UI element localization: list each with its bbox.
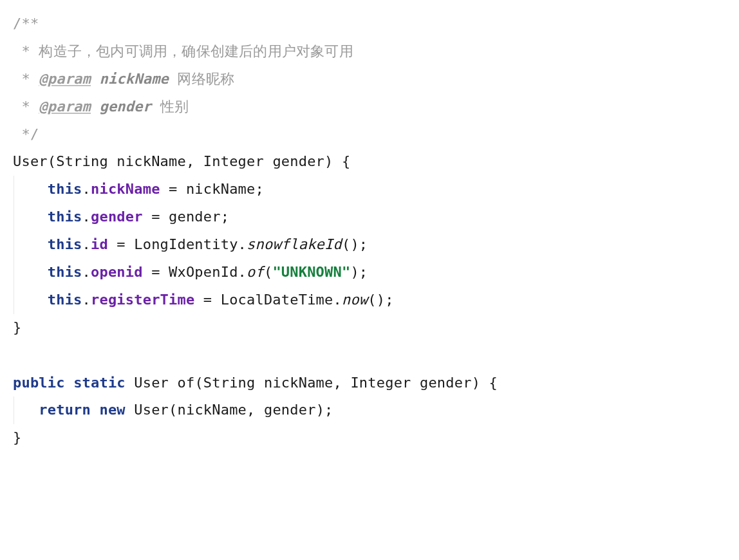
factory-close: } bbox=[13, 429, 21, 445]
ctor-line-2: this.gender = gender; bbox=[13, 209, 229, 225]
javadoc-open: /** bbox=[13, 15, 39, 32]
javadoc-close: */ bbox=[13, 126, 39, 142]
ctor-line-5: this.registerTime = LocalDateTime.now(); bbox=[13, 292, 394, 308]
javadoc-param1: * @param nickName 网络昵称 bbox=[13, 71, 234, 87]
ctor-close: } bbox=[13, 319, 21, 335]
code-block: /** * 构造子，包内可调用，确保创建后的用户对象可用 * @param ni… bbox=[13, 10, 726, 452]
ctor-line-1: this.nickName = nickName; bbox=[13, 181, 264, 197]
javadoc-param2: * @param gender 性别 bbox=[13, 98, 189, 115]
ctor-line-3: this.id = LongIdentity.snowflakeId(); bbox=[13, 236, 368, 252]
factory-signature: public static User of(String nickName, I… bbox=[13, 375, 498, 391]
javadoc-desc-line: * 构造子，包内可调用，确保创建后的用户对象可用 bbox=[13, 43, 353, 59]
factory-body: return new User(nickName, gender); bbox=[13, 402, 333, 418]
constructor-signature: User(String nickName, Integer gender) { bbox=[13, 153, 350, 169]
ctor-line-4: this.openid = WxOpenId.of("UNKNOWN"); bbox=[13, 264, 368, 280]
